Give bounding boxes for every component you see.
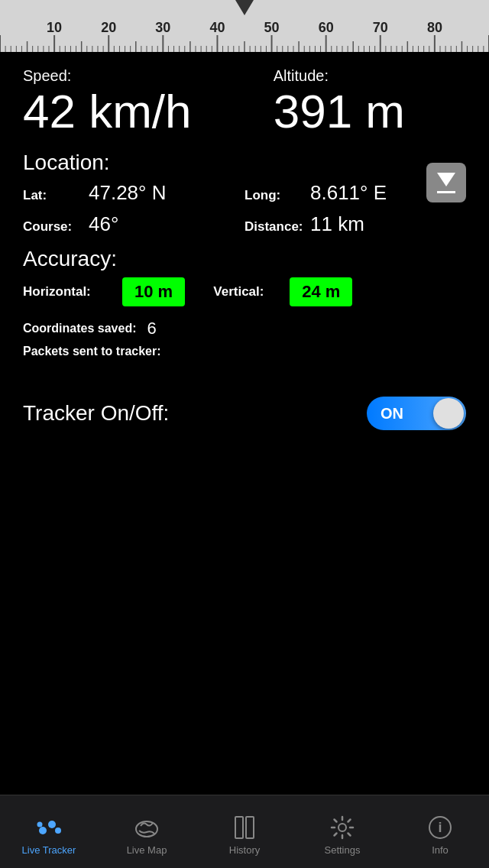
tab-live-tracker[interactable]: Live Tracker	[0, 795, 98, 868]
horizontal-value: 10 m	[122, 277, 185, 306]
live-map-icon	[133, 814, 160, 841]
accuracy-section-title: Accuracy:	[23, 247, 466, 271]
vertical-value: 24 m	[290, 277, 352, 306]
packets-label: Packets sent to tracker:	[23, 345, 161, 358]
svg-rect-6	[246, 817, 254, 838]
tab-live-tracker-label: Live Tracker	[22, 844, 76, 856]
location-section: Location: Lat: 47.28° N Long: 8.611° E C…	[23, 151, 466, 236]
svg-point-0	[39, 827, 47, 834]
speed-label: Speed:	[23, 67, 192, 85]
distance-value: 11 km	[310, 212, 364, 236]
toggle-on-label: ON	[381, 405, 403, 423]
tab-settings-label: Settings	[325, 844, 361, 856]
meta-section: Coordinates saved: 6 Packets sent to tra…	[23, 319, 466, 358]
altitude-label: Altitude:	[274, 67, 405, 85]
lat-label: Lat:	[23, 188, 84, 203]
speed-value: 42 km/h	[23, 88, 192, 135]
speed-block: Speed: 42 km/h	[23, 67, 192, 135]
svg-point-2	[55, 828, 61, 834]
course-distance-row: Course: 46° Distance: 11 km	[23, 212, 466, 236]
download-button[interactable]	[426, 163, 466, 202]
long-label: Long:	[244, 188, 306, 203]
svg-rect-5	[235, 817, 243, 838]
settings-icon	[329, 814, 356, 841]
top-stats: Speed: 42 km/h Altitude: 391 m	[23, 67, 466, 135]
toggle-thumb	[433, 398, 464, 429]
long-value: 8.611° E	[310, 181, 387, 205]
tab-info[interactable]: i Info	[391, 795, 489, 868]
tab-bar: Live Tracker Live Map History Settings i…	[0, 795, 489, 868]
tracker-toggle[interactable]: ON	[367, 397, 466, 430]
live-tracker-icon	[35, 814, 63, 841]
main-content: Speed: 42 km/h Altitude: 391 m Location:…	[0, 52, 489, 445]
tab-live-map[interactable]: Live Map	[98, 795, 196, 868]
svg-text:i: i	[438, 820, 442, 835]
accuracy-section: Accuracy: Horizontal: 10 m Vertical: 24 …	[23, 247, 466, 306]
coords-saved-value: 6	[147, 319, 156, 338]
packets-row: Packets sent to tracker:	[23, 345, 466, 358]
svg-point-3	[37, 822, 43, 828]
tab-info-label: Info	[432, 844, 449, 856]
course-col: Course: 46°	[23, 212, 244, 236]
coords-saved-label: Coordinates saved:	[23, 322, 136, 335]
download-arrow-icon	[437, 173, 455, 186]
altitude-block: Altitude: 391 m	[274, 67, 405, 135]
ruler	[0, 0, 489, 52]
altitude-value: 391 m	[274, 88, 405, 135]
distance-col: Distance: 11 km	[244, 212, 466, 236]
tab-settings[interactable]: Settings	[293, 795, 391, 868]
vertical-label: Vertical:	[213, 284, 290, 300]
location-section-title: Location:	[23, 151, 466, 175]
lat-value: 47.28° N	[89, 181, 166, 205]
distance-label: Distance:	[244, 219, 306, 235]
tab-history-label: History	[229, 844, 260, 856]
svg-point-7	[338, 824, 346, 831]
course-label: Course:	[23, 219, 84, 235]
course-value: 46°	[89, 212, 118, 236]
history-icon	[231, 814, 258, 841]
tab-live-map-label: Live Map	[127, 844, 167, 856]
coords-saved-row: Coordinates saved: 6	[23, 319, 466, 338]
tracker-label: Tracker On/Off:	[23, 401, 367, 426]
svg-point-1	[48, 821, 56, 828]
tracker-toggle-row: Tracker On/Off: ON	[23, 397, 466, 430]
tab-history[interactable]: History	[196, 795, 293, 868]
horizontal-accuracy-row: Horizontal: 10 m Vertical: 24 m	[23, 277, 466, 306]
info-icon: i	[426, 814, 454, 841]
horizontal-label: Horizontal:	[23, 284, 122, 300]
lat-col: Lat: 47.28° N	[23, 181, 244, 205]
lat-long-row: Lat: 47.28° N Long: 8.611° E	[23, 181, 466, 205]
download-line-icon	[437, 191, 455, 193]
